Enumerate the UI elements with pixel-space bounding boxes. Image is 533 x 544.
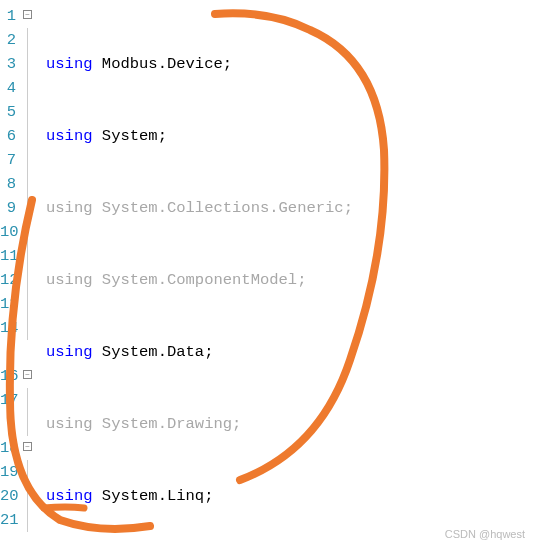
fold-guide (27, 388, 28, 412)
fold-minus-icon[interactable]: − (23, 10, 32, 19)
fold-guide (27, 484, 28, 508)
watermark: CSDN @hqwest (445, 528, 525, 540)
fold-gutter: − − − (20, 0, 40, 544)
fold-guide (27, 316, 28, 340)
namespace-ref: System (102, 127, 158, 145)
fold-guide (27, 76, 28, 100)
line-number: 11 (0, 244, 16, 268)
namespace-ref: Modbus.Device (102, 55, 223, 73)
keyword-using: using (46, 487, 93, 505)
keyword-using: using (46, 127, 93, 145)
line-number: 12 (0, 268, 16, 292)
fold-guide (27, 100, 28, 124)
fold-minus-icon[interactable]: − (23, 370, 32, 379)
code-editor[interactable]: 1 2 3 4 5 6 7 8 9 10 11 12 13 14 16 17 1… (0, 0, 533, 544)
fold-minus-icon[interactable]: − (23, 442, 32, 451)
line-number: 8 (0, 172, 16, 196)
line-number: 18 (0, 436, 16, 460)
code-line: using System.Linq; (46, 484, 533, 508)
namespace-ref: System.Collections.Generic (102, 199, 344, 217)
fold-guide (27, 268, 28, 292)
line-number: 19 (0, 460, 16, 484)
line-number: 21 (0, 508, 16, 532)
fold-guide (27, 508, 28, 532)
fold-guide (27, 148, 28, 172)
code-line: using Modbus.Device; (46, 52, 533, 76)
fold-guide (27, 220, 28, 244)
code-line: using System.ComponentModel; (46, 268, 533, 292)
fold-guide (27, 124, 28, 148)
keyword-using: using (46, 199, 93, 217)
line-number: 3 (0, 52, 16, 76)
namespace-ref: System.Drawing (102, 415, 232, 433)
line-number: 2 (0, 28, 16, 52)
line-number: 9 (0, 196, 16, 220)
line-number: 16 (0, 364, 16, 388)
fold-guide (27, 244, 28, 268)
keyword-using: using (46, 343, 93, 361)
namespace-ref: System.Linq (102, 487, 204, 505)
line-number (0, 340, 16, 364)
keyword-using: using (46, 55, 93, 73)
line-number: 14 (0, 316, 16, 340)
line-number: 13 (0, 292, 16, 316)
line-number: 5 (0, 100, 16, 124)
code-line: using System; (46, 124, 533, 148)
code-line: using System.Collections.Generic; (46, 196, 533, 220)
line-number: 20 (0, 484, 16, 508)
fold-guide (27, 196, 28, 220)
line-number-gutter: 1 2 3 4 5 6 7 8 9 10 11 12 13 14 16 17 1… (0, 0, 20, 544)
namespace-ref: System.Data (102, 343, 204, 361)
fold-guide (27, 460, 28, 484)
line-number: 7 (0, 148, 16, 172)
line-number: 10 (0, 220, 16, 244)
keyword-using: using (46, 271, 93, 289)
line-number: 4 (0, 76, 16, 100)
keyword-using: using (46, 415, 93, 433)
code-line: using System.Drawing; (46, 412, 533, 436)
fold-guide (27, 412, 28, 436)
line-number: 1 (0, 4, 16, 28)
line-number: 17 (0, 388, 16, 412)
namespace-ref: System.ComponentModel (102, 271, 297, 289)
line-number: 6 (0, 124, 16, 148)
fold-guide (27, 292, 28, 316)
fold-guide (27, 172, 28, 196)
fold-guide (27, 28, 28, 52)
fold-guide (27, 52, 28, 76)
code-line: using System.Data; (46, 340, 533, 364)
code-text-area[interactable]: using Modbus.Device; using System; using… (40, 0, 533, 544)
line-number (0, 412, 16, 436)
